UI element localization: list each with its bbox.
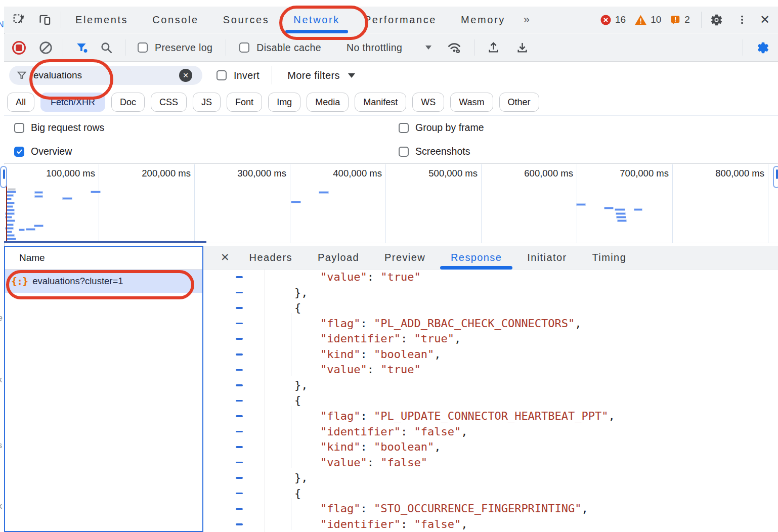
warning-count-icon[interactable] (634, 14, 647, 26)
response-code-line: "kind": "boolean", (203, 439, 778, 455)
more-filters-button[interactable]: More filters (287, 70, 340, 81)
warning-count[interactable]: 10 (651, 14, 661, 25)
tab-initiator[interactable]: Initiator (514, 246, 579, 270)
code-fold-marker[interactable] (236, 384, 243, 386)
disable-cache-checkbox[interactable] (239, 42, 249, 53)
network-settings-gear-icon[interactable] (756, 41, 770, 55)
tab-response[interactable]: Response (438, 246, 514, 270)
code-indent-guide (291, 406, 291, 468)
overview-left-handle[interactable] (0, 166, 7, 188)
invert-checkbox[interactable] (217, 70, 227, 80)
throttling-select[interactable]: No throttling (347, 42, 402, 54)
group-by-frame-option[interactable]: Group by frame (399, 122, 484, 134)
error-count[interactable]: 16 (615, 14, 626, 25)
filter-icon-active[interactable] (75, 41, 89, 54)
tab-payload[interactable]: Payload (305, 246, 372, 270)
code-fold-marker[interactable] (236, 369, 243, 371)
screenshots-checkbox[interactable] (399, 147, 409, 157)
issues-icon[interactable] (670, 14, 681, 25)
kebab-menu-icon[interactable] (737, 14, 748, 25)
code-fold-marker[interactable] (236, 292, 243, 294)
toolbar-divider (701, 12, 702, 28)
inspect-element-icon[interactable] (12, 13, 26, 27)
code-fold-marker[interactable] (236, 508, 243, 510)
code-fold-marker[interactable] (236, 462, 243, 464)
close-devtools-icon[interactable]: ✕ (760, 13, 770, 27)
tab-headers[interactable]: Headers (237, 246, 305, 270)
more-tabs-icon[interactable]: » (517, 13, 537, 26)
timeline-gridline (385, 164, 386, 243)
preserve-log-checkbox[interactable] (138, 42, 148, 53)
code-fold-marker[interactable] (236, 523, 243, 525)
group-by-frame-label: Group by frame (415, 122, 484, 134)
code-fold-marker[interactable] (236, 493, 243, 495)
code-fold-marker[interactable] (236, 400, 243, 402)
chip-all[interactable]: All (7, 93, 34, 112)
chip-manifest[interactable]: Manifest (355, 93, 406, 112)
timeline-tick-label: 400,000 ms (296, 168, 382, 179)
group-by-frame-checkbox[interactable] (399, 123, 409, 133)
timeline-request-bar (6, 191, 16, 193)
close-details-icon[interactable]: ✕ (221, 251, 230, 263)
preserve-log-option[interactable]: Preserve log (138, 42, 212, 54)
record-icon[interactable] (12, 41, 26, 55)
screenshots-option[interactable]: Screenshots (399, 146, 470, 157)
code-fold-marker[interactable] (236, 446, 243, 448)
code-fold-marker[interactable] (236, 353, 243, 356)
settings-gear-icon[interactable] (710, 13, 723, 27)
response-code-line: "identifier": "false", (203, 424, 778, 440)
chip-ws[interactable]: WS (412, 93, 444, 112)
clear-network-log-icon[interactable] (39, 41, 53, 55)
network-conditions-icon[interactable] (447, 40, 462, 55)
chip-wasm[interactable]: Wasm (450, 93, 493, 112)
timeline-tick-label: 700,000 ms (583, 168, 669, 179)
chip-img[interactable]: Img (268, 93, 300, 112)
tab-preview[interactable]: Preview (372, 246, 438, 270)
search-icon[interactable] (100, 41, 113, 54)
big-request-rows-checkbox[interactable] (14, 123, 24, 133)
chip-doc[interactable]: Doc (111, 93, 145, 112)
tab-console[interactable]: Console (140, 7, 211, 33)
name-column-header[interactable]: Name (5, 247, 202, 270)
timeline-gridline (99, 164, 99, 243)
timeline-request-bar (576, 203, 586, 206)
response-body-viewer[interactable]: "value": "true"},{"flag": "PL_ADD_RBAC_C… (203, 270, 778, 532)
chip-other[interactable]: Other (499, 93, 539, 112)
more-filters-arrow-icon[interactable] (348, 73, 355, 78)
code-fold-marker[interactable] (236, 338, 243, 340)
issues-count[interactable]: 2 (684, 14, 690, 25)
invert-option[interactable]: Invert (217, 70, 260, 81)
import-har-icon[interactable] (487, 41, 500, 55)
tab-memory[interactable]: Memory (449, 7, 517, 33)
overview-checkbox[interactable] (14, 147, 24, 157)
overview-option[interactable]: Overview (14, 146, 72, 157)
tab-elements[interactable]: Elements (63, 7, 140, 33)
tab-timing[interactable]: Timing (579, 246, 639, 270)
code-fold-marker[interactable] (236, 415, 243, 417)
disable-cache-option[interactable]: Disable cache (239, 42, 321, 54)
chip-css[interactable]: CSS (151, 93, 187, 112)
overview-right-handle[interactable] (773, 166, 778, 188)
code-fold-marker[interactable] (236, 477, 243, 479)
big-request-rows-label: Big request rows (31, 122, 104, 134)
big-request-rows-option[interactable]: Big request rows (14, 122, 104, 134)
response-code-line: "value": "false" (203, 455, 778, 471)
export-har-icon[interactable] (515, 41, 529, 55)
tab-sources[interactable]: Sources (211, 7, 282, 33)
chip-media[interactable]: Media (307, 93, 349, 112)
chip-js[interactable]: JS (193, 93, 221, 112)
timeline-request-bar (634, 208, 642, 211)
code-fold-marker[interactable] (236, 431, 243, 433)
code-fold-marker[interactable] (236, 323, 243, 325)
network-overview-timeline[interactable]: 100,000 ms200,000 ms300,000 ms400,000 ms… (4, 164, 778, 243)
overview-label: Overview (31, 146, 72, 157)
clear-filter-icon[interactable]: ✕ (179, 69, 192, 82)
toolbar-divider (272, 66, 272, 84)
response-code-line: { (203, 300, 778, 316)
error-count-icon[interactable] (600, 14, 612, 26)
code-fold-marker[interactable] (236, 307, 243, 309)
chip-font[interactable]: Font (227, 93, 262, 112)
throttling-dropdown-arrow-icon[interactable] (425, 46, 431, 50)
device-toolbar-icon[interactable] (37, 13, 52, 27)
code-fold-marker[interactable] (236, 276, 243, 278)
